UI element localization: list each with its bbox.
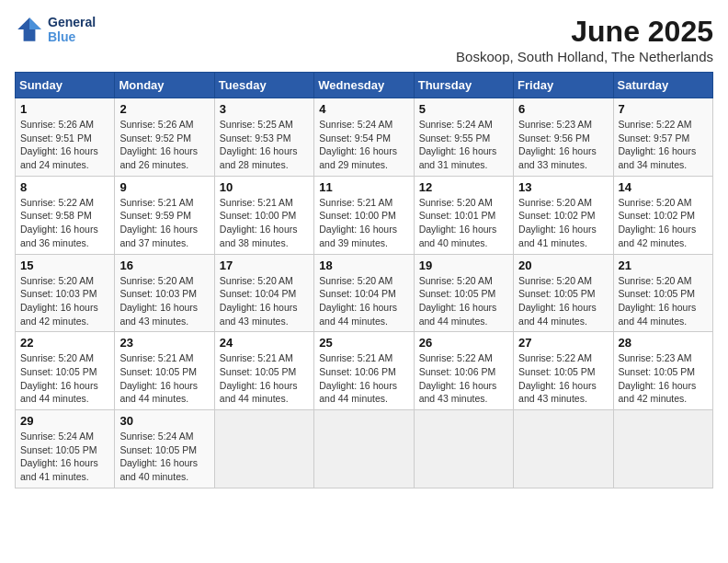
day-number: 15	[20, 259, 109, 272]
day-info: Sunrise: 5:22 AM Sunset: 9:57 PM Dayligh…	[619, 118, 708, 172]
day-number: 6	[518, 102, 608, 116]
calendar-day-cell: 8Sunrise: 5:22 AM Sunset: 9:58 PM Daylig…	[16, 176, 115, 254]
calendar-day-cell: 11Sunrise: 5:21 AM Sunset: 10:00 PM Dayl…	[314, 176, 414, 254]
day-info: Sunrise: 5:22 AM Sunset: 10:05 PM Daylig…	[518, 351, 608, 406]
day-number: 7	[619, 102, 708, 116]
title-block: June 2025 Boskoop, South Holland, The Ne…	[456, 15, 713, 64]
day-info: Sunrise: 5:22 AM Sunset: 10:06 PM Daylig…	[419, 351, 508, 406]
day-info: Sunrise: 5:20 AM Sunset: 10:03 PM Daylig…	[20, 274, 109, 328]
calendar-day-cell: 9Sunrise: 5:21 AM Sunset: 9:59 PM Daylig…	[115, 176, 214, 254]
day-number: 30	[119, 414, 209, 428]
day-info: Sunrise: 5:21 AM Sunset: 10:00 PM Daylig…	[220, 196, 309, 250]
month-title: June 2025	[456, 15, 713, 49]
day-info: Sunrise: 5:26 AM Sunset: 9:52 PM Dayligh…	[119, 118, 209, 172]
calendar-day-cell: 15Sunrise: 5:20 AM Sunset: 10:03 PM Dayl…	[16, 254, 115, 332]
day-info: Sunrise: 5:20 AM Sunset: 10:03 PM Daylig…	[119, 274, 209, 328]
day-info: Sunrise: 5:20 AM Sunset: 10:02 PM Daylig…	[518, 196, 608, 250]
calendar-day-cell: 5Sunrise: 5:24 AM Sunset: 9:55 PM Daylig…	[414, 98, 513, 177]
logo-icon	[15, 15, 44, 44]
day-info: Sunrise: 5:23 AM Sunset: 10:05 PM Daylig…	[619, 351, 708, 406]
day-number: 10	[220, 180, 309, 194]
day-number: 24	[220, 336, 309, 350]
calendar-day-cell: 19Sunrise: 5:20 AM Sunset: 10:05 PM Dayl…	[414, 254, 513, 332]
calendar-day-cell: 10Sunrise: 5:21 AM Sunset: 10:00 PM Dayl…	[214, 176, 313, 254]
calendar-day-cell: 17Sunrise: 5:20 AM Sunset: 10:04 PM Dayl…	[214, 254, 313, 332]
day-number: 19	[419, 259, 508, 272]
day-info: Sunrise: 5:20 AM Sunset: 10:04 PM Daylig…	[319, 274, 408, 328]
calendar-day-cell: 12Sunrise: 5:20 AM Sunset: 10:01 PM Dayl…	[414, 176, 513, 254]
weekday-header: Monday	[115, 73, 214, 98]
day-info: Sunrise: 5:24 AM Sunset: 10:05 PM Daylig…	[119, 430, 209, 484]
weekday-header: Saturday	[613, 73, 712, 98]
day-info: Sunrise: 5:24 AM Sunset: 9:54 PM Dayligh…	[319, 118, 408, 172]
weekday-header: Tuesday	[214, 73, 313, 98]
day-info: Sunrise: 5:24 AM Sunset: 9:55 PM Dayligh…	[419, 118, 508, 172]
calendar-day-cell: 29Sunrise: 5:24 AM Sunset: 10:05 PM Dayl…	[16, 410, 115, 488]
day-number: 9	[119, 180, 209, 194]
day-info: Sunrise: 5:21 AM Sunset: 10:06 PM Daylig…	[319, 351, 408, 406]
day-info: Sunrise: 5:21 AM Sunset: 10:05 PM Daylig…	[119, 351, 209, 406]
day-number: 25	[319, 336, 408, 350]
day-number: 18	[319, 259, 408, 272]
day-info: Sunrise: 5:23 AM Sunset: 9:56 PM Dayligh…	[518, 118, 608, 172]
day-number: 1	[20, 102, 109, 116]
day-number: 27	[518, 336, 608, 350]
calendar-day-cell: 24Sunrise: 5:21 AM Sunset: 10:05 PM Dayl…	[214, 332, 313, 410]
calendar-day-cell: 18Sunrise: 5:20 AM Sunset: 10:04 PM Dayl…	[314, 254, 414, 332]
day-number: 8	[20, 180, 109, 194]
day-number: 21	[619, 259, 708, 272]
day-info: Sunrise: 5:20 AM Sunset: 10:02 PM Daylig…	[619, 196, 708, 250]
day-number: 26	[419, 336, 508, 350]
day-number: 12	[419, 180, 508, 194]
day-number: 22	[20, 336, 109, 350]
calendar-day-cell: 22Sunrise: 5:20 AM Sunset: 10:05 PM Dayl…	[16, 332, 115, 410]
svg-marker-1	[29, 17, 41, 29]
day-info: Sunrise: 5:20 AM Sunset: 10:05 PM Daylig…	[518, 274, 608, 328]
day-number: 14	[619, 180, 708, 194]
day-number: 20	[518, 259, 608, 272]
day-number: 4	[319, 102, 408, 116]
weekday-header: Thursday	[414, 73, 513, 98]
calendar-day-cell: 23Sunrise: 5:21 AM Sunset: 10:05 PM Dayl…	[115, 332, 214, 410]
day-info: Sunrise: 5:20 AM Sunset: 10:01 PM Daylig…	[419, 196, 508, 250]
day-number: 23	[119, 336, 209, 350]
empty-cell	[613, 410, 712, 488]
location-subtitle: Boskoop, South Holland, The Netherlands	[456, 49, 713, 64]
day-number: 2	[119, 102, 209, 116]
calendar-day-cell: 27Sunrise: 5:22 AM Sunset: 10:05 PM Dayl…	[514, 332, 613, 410]
day-info: Sunrise: 5:22 AM Sunset: 9:58 PM Dayligh…	[20, 196, 109, 250]
logo: General Blue	[15, 15, 96, 44]
calendar-day-cell: 4Sunrise: 5:24 AM Sunset: 9:54 PM Daylig…	[314, 98, 414, 177]
calendar-day-cell: 25Sunrise: 5:21 AM Sunset: 10:06 PM Dayl…	[314, 332, 414, 410]
day-info: Sunrise: 5:20 AM Sunset: 10:05 PM Daylig…	[619, 274, 708, 328]
logo-line2: Blue	[48, 29, 96, 44]
day-number: 28	[619, 336, 708, 350]
calendar-day-cell: 30Sunrise: 5:24 AM Sunset: 10:05 PM Dayl…	[115, 410, 214, 488]
calendar-day-cell: 28Sunrise: 5:23 AM Sunset: 10:05 PM Dayl…	[613, 332, 712, 410]
weekday-header: Wednesday	[314, 73, 414, 98]
page-header: General Blue June 2025 Boskoop, South Ho…	[15, 15, 713, 64]
day-info: Sunrise: 5:21 AM Sunset: 9:59 PM Dayligh…	[119, 196, 209, 250]
calendar-day-cell: 3Sunrise: 5:25 AM Sunset: 9:53 PM Daylig…	[214, 98, 313, 177]
day-number: 11	[319, 180, 408, 194]
calendar-table: SundayMondayTuesdayWednesdayThursdayFrid…	[15, 72, 713, 488]
empty-cell	[314, 410, 414, 488]
day-number: 13	[518, 180, 608, 194]
day-info: Sunrise: 5:21 AM Sunset: 10:05 PM Daylig…	[220, 351, 309, 406]
day-info: Sunrise: 5:26 AM Sunset: 9:51 PM Dayligh…	[20, 118, 109, 172]
day-info: Sunrise: 5:21 AM Sunset: 10:00 PM Daylig…	[319, 196, 408, 250]
day-info: Sunrise: 5:20 AM Sunset: 10:04 PM Daylig…	[220, 274, 309, 328]
weekday-header: Friday	[514, 73, 613, 98]
day-info: Sunrise: 5:20 AM Sunset: 10:05 PM Daylig…	[419, 274, 508, 328]
empty-cell	[214, 410, 313, 488]
empty-cell	[414, 410, 513, 488]
calendar-day-cell: 1Sunrise: 5:26 AM Sunset: 9:51 PM Daylig…	[16, 98, 115, 177]
calendar-day-cell: 2Sunrise: 5:26 AM Sunset: 9:52 PM Daylig…	[115, 98, 214, 177]
empty-cell	[514, 410, 613, 488]
day-number: 16	[119, 259, 209, 272]
calendar-day-cell: 26Sunrise: 5:22 AM Sunset: 10:06 PM Dayl…	[414, 332, 513, 410]
day-number: 17	[220, 259, 309, 272]
calendar-day-cell: 21Sunrise: 5:20 AM Sunset: 10:05 PM Dayl…	[613, 254, 712, 332]
logo-line1: General	[48, 15, 96, 29]
calendar-day-cell: 14Sunrise: 5:20 AM Sunset: 10:02 PM Dayl…	[613, 176, 712, 254]
